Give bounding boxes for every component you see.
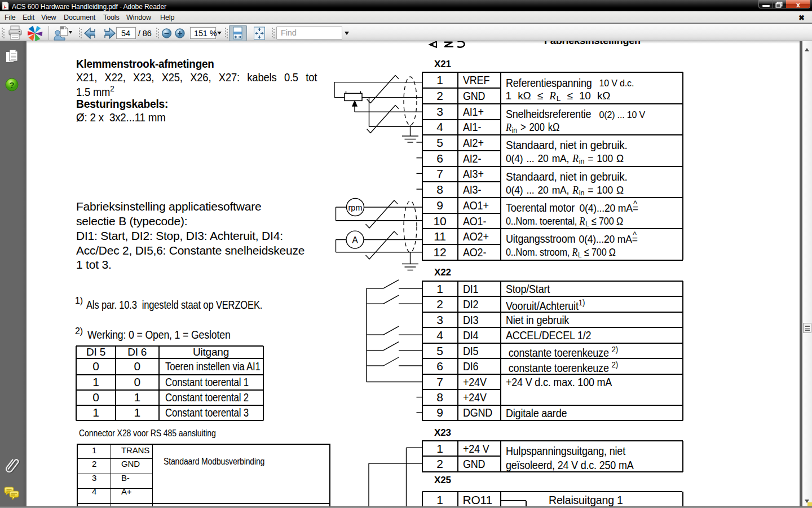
svg-text:rpm: rpm: [348, 203, 363, 212]
svg-text:?: ?: [9, 80, 14, 90]
svg-text:A: A: [352, 235, 358, 245]
